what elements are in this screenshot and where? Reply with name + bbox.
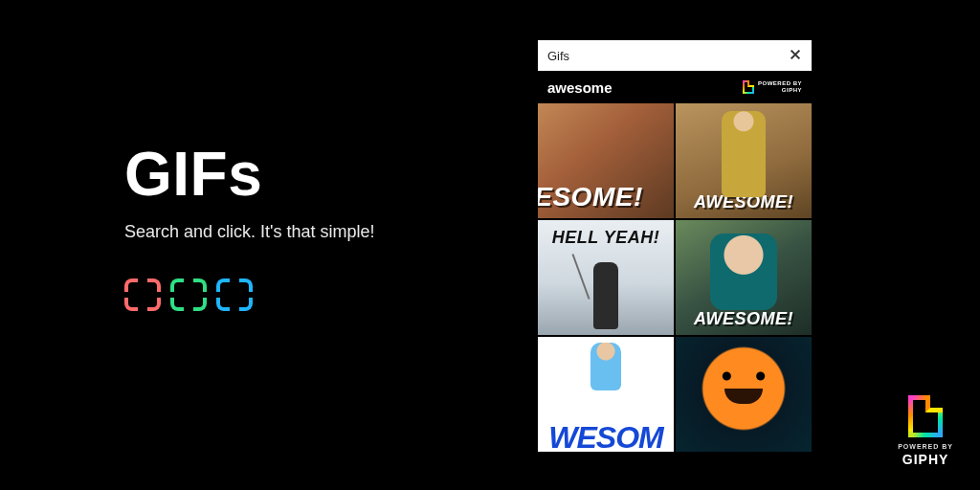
gif-caption: ESOME! (538, 182, 643, 212)
gif-caption: AWESOME! (694, 192, 793, 212)
giphy-badge-brand: GIPHY (902, 452, 949, 467)
bracket-icon (124, 278, 161, 311)
gif-caption: AWESOME! (694, 309, 793, 329)
giphy-page-icon (908, 395, 943, 437)
gif-result[interactable]: AWESOME! (676, 103, 812, 218)
gif-caption: WESOM (548, 420, 662, 452)
hero-subhead: Search and click. It's that simple! (124, 222, 469, 242)
search-input[interactable]: awesome (547, 79, 612, 96)
close-icon[interactable] (789, 48, 802, 64)
giphy-badge-prefix: POWERED BY (898, 443, 953, 450)
gif-result[interactable] (676, 337, 812, 452)
panel-title: Gifs (547, 49, 569, 63)
hero-headline: GIFs (124, 144, 469, 205)
bracket-icon (216, 278, 253, 311)
gif-result[interactable]: HELL YEAH! (538, 220, 674, 335)
gif-result[interactable]: WESOM (538, 337, 674, 452)
gif-picker-panel: Gifs awesome POWERED BY GIPHY ESOME! AWE… (538, 40, 812, 480)
giphy-attribution-mini: POWERED BY GIPHY (743, 80, 802, 94)
bracket-icon (170, 278, 207, 311)
bracket-trio (124, 278, 469, 311)
gif-result[interactable]: AWESOME! (676, 220, 812, 335)
gif-result[interactable]: ESOME! (538, 103, 674, 218)
gif-results-grid: ESOME! AWESOME! HELL YEAH! AWESOME! WESO… (538, 103, 812, 480)
giphy-badge: POWERED BY GIPHY (898, 395, 953, 467)
gif-caption: HELL YEAH! (552, 228, 659, 248)
giphy-page-icon (743, 80, 754, 94)
